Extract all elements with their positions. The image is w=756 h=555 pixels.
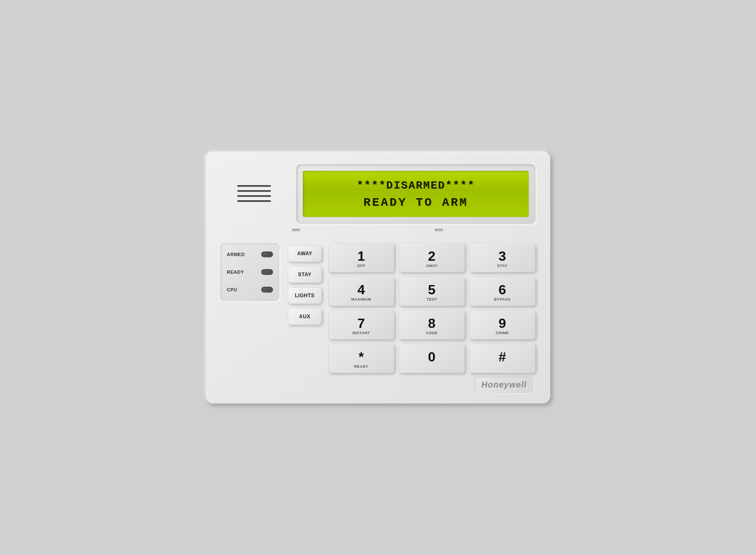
aux-button[interactable]: AUX: [288, 308, 322, 325]
away-button[interactable]: AWAY: [288, 245, 322, 262]
key-9[interactable]: 9 CHIME: [469, 310, 536, 340]
key-8-main: 8: [428, 317, 436, 330]
indicator-ready-led: [261, 269, 273, 275]
key-star-sub: READY: [354, 364, 368, 369]
indicator-cpu-led: [261, 287, 273, 293]
key-1[interactable]: 1 OFF: [328, 243, 394, 272]
key-hash-main: #: [499, 350, 506, 364]
numpad: 1 OFF 2 AWAY 3 STAY 4 MAXIMUM 5 TEST: [328, 243, 536, 373]
key-9-main: 9: [499, 317, 506, 330]
key-1-sub: OFF: [357, 264, 365, 268]
key-7-sub: INSTANT: [352, 331, 370, 335]
speaker-line-1: [237, 185, 271, 187]
key-3-sub: STAY: [497, 264, 508, 268]
indicator-armed-row: ARMED: [227, 251, 273, 257]
function-buttons: AWAY STAY LIGHTS AUX: [288, 243, 322, 373]
key-star[interactable]: * READY: [328, 344, 394, 373]
indicator-ready-label: READY: [227, 270, 258, 275]
key-3[interactable]: 3 STAY: [469, 243, 536, 272]
speaker-line-2: [237, 190, 271, 192]
key-0-main: 0: [428, 350, 436, 364]
indicator-panel: ARMED READY CPU: [220, 243, 279, 301]
key-7[interactable]: 7 INSTANT: [328, 310, 394, 340]
key-2-main: 2: [428, 249, 436, 263]
lcd-screen: ****DISARMED**** READY TO ARM: [303, 171, 529, 217]
indicator-cpu-label: CPU: [227, 287, 258, 292]
top-ind-dot-right: [435, 229, 443, 231]
key-6[interactable]: 6 BYPASS: [469, 277, 536, 306]
top-indicator-row: [220, 229, 536, 231]
stay-button[interactable]: STAY: [288, 266, 322, 283]
indicator-armed-label: ARMED: [227, 252, 258, 257]
speaker-line-3: [237, 195, 271, 197]
key-star-main: *: [359, 350, 364, 364]
key-3-main: 3: [499, 249, 506, 263]
key-hash[interactable]: #: [469, 344, 536, 373]
key-8-sub: CODE: [426, 331, 438, 335]
brand-logo: Honeywell: [475, 377, 533, 393]
key-1-main: 1: [357, 249, 365, 263]
key-7-main: 7: [357, 317, 365, 330]
indicator-cpu-row: CPU: [227, 287, 273, 293]
indicator-ready-row: READY: [227, 269, 273, 275]
key-0[interactable]: 0: [399, 344, 465, 373]
key-5[interactable]: 5 TEST: [399, 277, 465, 306]
button-area: AWAY STAY LIGHTS AUX 1 OFF 2 AWAY 3 STAY: [288, 243, 536, 373]
key-5-sub: TEST: [426, 297, 437, 301]
key-4-main: 4: [357, 283, 365, 296]
speaker-area: [220, 164, 288, 223]
key-8[interactable]: 8 CODE: [399, 310, 465, 340]
key-6-main: 6: [499, 283, 506, 296]
lcd-line1: ****DISARMED****: [311, 179, 520, 192]
display-section: ****DISARMED**** READY TO ARM: [296, 164, 536, 224]
key-2[interactable]: 2 AWAY: [399, 243, 465, 272]
speaker-line-4: [237, 200, 271, 202]
indicator-armed-led: [261, 251, 273, 257]
key-6-sub: BYPASS: [494, 297, 510, 301]
top-section: ****DISARMED**** READY TO ARM: [220, 164, 536, 224]
lights-button[interactable]: LIGHTS: [288, 287, 322, 304]
key-4[interactable]: 4 MAXIMUM: [328, 277, 394, 306]
lcd-line2: READY TO ARM: [311, 196, 520, 209]
top-ind-dot-left: [292, 229, 300, 231]
speaker-grille: [233, 181, 275, 206]
key-2-sub: AWAY: [426, 264, 438, 268]
key-9-sub: CHIME: [496, 331, 509, 335]
brand-name: Honeywell: [481, 380, 527, 389]
key-4-sub: MAXIMUM: [351, 297, 371, 301]
keypad-device: ****DISARMED**** READY TO ARM ARMED READ…: [206, 152, 550, 403]
bottom-section: ARMED READY CPU AWAY STAY LIGHTS AUX: [220, 243, 536, 373]
key-5-main: 5: [428, 283, 436, 296]
